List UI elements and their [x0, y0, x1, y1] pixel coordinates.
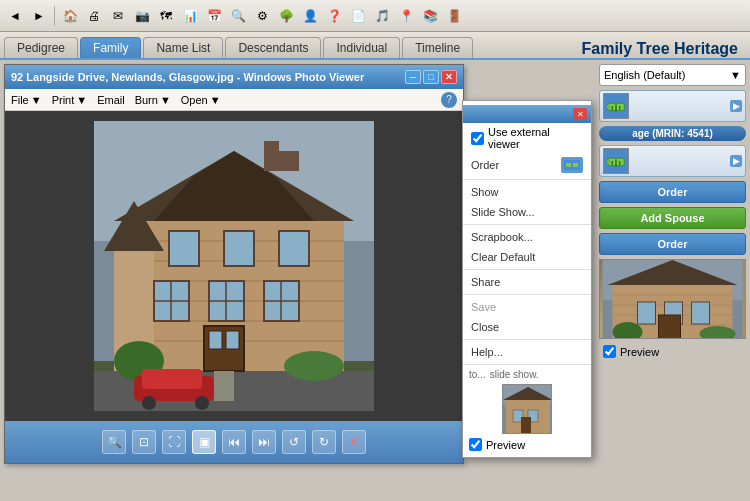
to-text: to...	[469, 369, 486, 380]
delete-photo-btn[interactable]: ✕	[342, 430, 366, 454]
chevron-down-icon: ▼	[730, 69, 741, 81]
tab-timeline[interactable]: Timeline	[402, 37, 473, 58]
context-sep-2	[463, 224, 591, 225]
language-dropdown[interactable]: English (Default) ▼	[599, 64, 746, 86]
context-sep-3	[463, 269, 591, 270]
context-menu-close-btn[interactable]: ✕	[573, 108, 587, 120]
use-external-viewer-row: Use external viewer	[463, 123, 591, 153]
help-btn-toolbar[interactable]: ❓	[323, 5, 345, 27]
tab-pedigree[interactable]: Pedigree	[4, 37, 78, 58]
main-toolbar: ◄ ► 🏠 🖨 ✉ 📷 🗺 📊 📅 🔍 ⚙ 🌳 👤 ❓ 📄 🎵 📍 📚 🚪	[0, 0, 750, 32]
photo-area	[5, 111, 463, 421]
back-btn[interactable]: ◄	[4, 5, 26, 27]
context-item-scrapbook[interactable]: Scrapbook...	[463, 227, 591, 247]
person-photo-2	[603, 148, 629, 174]
context-sep-4	[463, 294, 591, 295]
viewer-menu-open[interactable]: Open ▼	[181, 94, 221, 106]
viewer-menubar: File ▼ Print ▼ Email Burn ▼ Open ▼ ?	[5, 89, 463, 111]
context-order-icon[interactable]	[561, 157, 583, 173]
window-maximize-btn[interactable]: □	[423, 70, 439, 84]
source-btn[interactable]: 📚	[419, 5, 441, 27]
viewer-help-btn[interactable]: ?	[441, 92, 457, 108]
next-photo-btn[interactable]: ⏭	[252, 430, 276, 454]
tab-name-list[interactable]: Name List	[143, 37, 223, 58]
window-close-btn[interactable]: ✕	[441, 70, 457, 84]
settings-btn[interactable]: ⚙	[251, 5, 273, 27]
actual-size-btn[interactable]: ⊡	[132, 430, 156, 454]
search-btn[interactable]: 🔍	[227, 5, 249, 27]
home-btn[interactable]: 🏠	[59, 5, 81, 27]
tree-btn[interactable]: 🌳	[275, 5, 297, 27]
app-title: Family Tree Heritage	[581, 40, 746, 58]
context-item-slideshow[interactable]: Slide Show...	[463, 202, 591, 222]
use-external-viewer-checkbox[interactable]	[471, 132, 484, 145]
svg-rect-67	[573, 163, 578, 167]
chart-btn[interactable]: 📊	[179, 5, 201, 27]
tab-descendants[interactable]: Descendants	[225, 37, 321, 58]
nav-tabs-bar: Pedigree Family Name List Descendants In…	[0, 32, 750, 60]
photo-viewer-window: 92 Langside Drive, Newlands, Glasgow.jpg…	[4, 64, 464, 464]
viewer-menu-print[interactable]: Print ▼	[52, 94, 88, 106]
slide-show-text: slide show.	[490, 369, 539, 380]
svg-rect-30	[214, 371, 234, 401]
email-btn[interactable]: ✉	[107, 5, 129, 27]
person-expand-arrow-1[interactable]: ▶	[730, 100, 742, 112]
main-area: 92 Langside Drive, Newlands, Glasgow.jpg…	[0, 60, 750, 501]
print-btn[interactable]: 🖨	[83, 5, 105, 27]
place-btn[interactable]: 📍	[395, 5, 417, 27]
context-item-clear-default[interactable]: Clear Default	[463, 247, 591, 267]
context-preview-checkbox[interactable]	[469, 438, 482, 451]
person-photo-1	[603, 93, 629, 119]
slideshow-btn[interactable]: ▣	[192, 430, 216, 454]
viewer-menu-burn[interactable]: Burn ▼	[135, 94, 171, 106]
photo-viewer-title: 92 Langside Drive, Newlands, Glasgow.jpg…	[11, 71, 405, 83]
context-preview-area: Preview	[463, 436, 591, 453]
report-btn[interactable]: 📄	[347, 5, 369, 27]
context-sep-1	[463, 179, 591, 180]
svg-rect-41	[607, 105, 610, 109]
zoom-in-btn[interactable]: 🔍	[102, 430, 126, 454]
preview-checkbox[interactable]	[603, 345, 616, 358]
exit-btn[interactable]: 🚪	[443, 5, 465, 27]
svg-point-32	[284, 351, 344, 381]
context-order-label: Order	[471, 159, 499, 171]
map-btn[interactable]: 🗺	[155, 5, 177, 27]
prev-photo-btn[interactable]: ⏮	[222, 430, 246, 454]
viewer-menu-email[interactable]: Email	[97, 94, 125, 106]
person-expand-arrow-2[interactable]: ▶	[730, 155, 742, 167]
person-btn[interactable]: 👤	[299, 5, 321, 27]
context-item-share[interactable]: Share	[463, 272, 591, 292]
full-screen-btn[interactable]: ⛶	[162, 430, 186, 454]
photo-btn[interactable]: 📷	[131, 5, 153, 27]
add-spouse-button[interactable]: Add Spouse	[599, 207, 746, 229]
mrin-badge[interactable]: age (MRIN: 4541)	[599, 126, 746, 141]
right-panel: English (Default) ▼ ▶ age (MRIN: 4541)	[595, 60, 750, 501]
context-bottom-text: to... slide show.	[463, 367, 591, 382]
tab-family[interactable]: Family	[80, 37, 141, 58]
use-external-viewer-label: Use external viewer	[488, 126, 583, 150]
person-card-1[interactable]: ▶	[599, 90, 746, 122]
photo-image	[94, 121, 374, 411]
order-button-2[interactable]: Order	[599, 233, 746, 255]
person-card-2[interactable]: ▶	[599, 145, 746, 177]
window-minimize-btn[interactable]: ─	[405, 70, 421, 84]
context-item-close[interactable]: Close	[463, 317, 591, 337]
context-item-help[interactable]: Help...	[463, 342, 591, 362]
preview-label[interactable]: Preview	[620, 346, 659, 358]
svg-rect-66	[566, 163, 571, 167]
calendar-btn[interactable]: 📅	[203, 5, 225, 27]
svg-rect-37	[264, 141, 279, 171]
context-order-row: Order	[463, 153, 591, 177]
forward-btn[interactable]: ►	[28, 5, 50, 27]
svg-point-35	[142, 396, 156, 410]
rotate-ccw-btn[interactable]: ↺	[282, 430, 306, 454]
context-thumb-area	[463, 382, 591, 436]
media-btn[interactable]: 🎵	[371, 5, 393, 27]
order-button-1[interactable]: Order	[599, 181, 746, 203]
context-preview-label[interactable]: Preview	[486, 439, 525, 451]
viewer-menu-file[interactable]: File ▼	[11, 94, 42, 106]
rotate-cw-btn[interactable]: ↻	[312, 430, 336, 454]
context-item-show[interactable]: Show	[463, 182, 591, 202]
tab-individual[interactable]: Individual	[323, 37, 400, 58]
svg-rect-34	[142, 369, 202, 389]
